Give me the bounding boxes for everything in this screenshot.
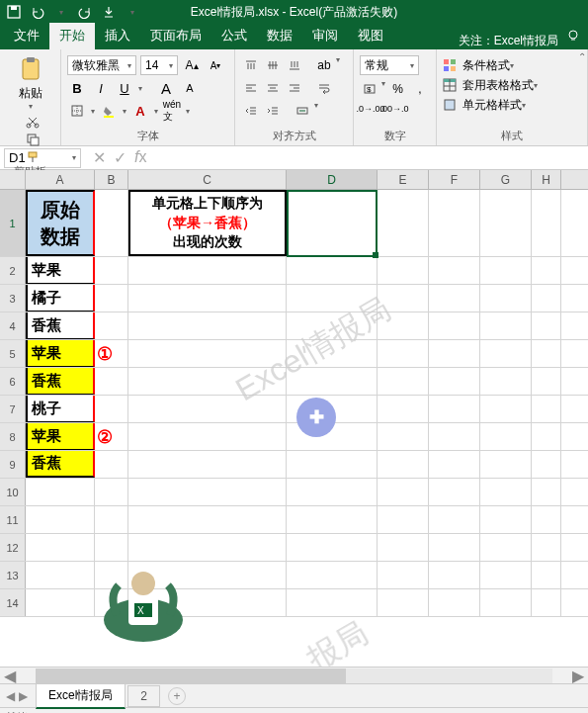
font-big-a-icon[interactable]: A	[156, 78, 176, 98]
cell-A5[interactable]: 苹果	[26, 340, 95, 367]
align-middle-icon[interactable]	[263, 55, 283, 75]
cell-A8[interactable]: 苹果	[26, 423, 95, 450]
enter-formula-icon[interactable]: ✓	[114, 148, 126, 167]
tab-insert[interactable]: 插入	[95, 23, 140, 49]
qat-customize-icon[interactable]: ▾	[125, 4, 140, 20]
cell-D1[interactable]	[287, 190, 378, 256]
comma-icon[interactable]: ,	[410, 79, 430, 99]
ribbon-tabs: 文件 开始 插入 页面布局 公式 数据 审阅 视图 关注：Excel情报局	[0, 24, 588, 49]
cancel-formula-icon[interactable]: ✕	[93, 148, 106, 167]
save-icon[interactable]	[6, 4, 22, 20]
cell-B1[interactable]	[95, 190, 128, 256]
cell-A4[interactable]: 香蕉	[26, 312, 95, 339]
tab-view[interactable]: 视图	[348, 23, 393, 49]
cell-A3[interactable]: 橘子	[26, 285, 95, 312]
decrease-decimal-icon[interactable]: .00→.0	[383, 99, 405, 119]
svg-rect-16	[451, 59, 456, 64]
undo-dropdown-icon[interactable]: ▾	[53, 4, 69, 20]
cell-H1[interactable]	[532, 190, 561, 256]
tab-layout[interactable]: 页面布局	[140, 23, 211, 49]
cell-G1[interactable]	[480, 190, 532, 256]
align-left-icon[interactable]	[241, 78, 261, 98]
cell-A2[interactable]: 苹果	[26, 257, 95, 284]
tab-review[interactable]: 审阅	[302, 23, 348, 49]
bold-button[interactable]: B	[67, 78, 87, 98]
format-painter-icon[interactable]	[26, 150, 40, 164]
grow-font-icon[interactable]: A▴	[182, 55, 202, 75]
paste-label[interactable]: 粘贴	[19, 85, 42, 102]
cell-C1[interactable]: 单元格上下顺序为（苹果→香蕉）出现的次数	[128, 190, 287, 256]
underline-button[interactable]: U	[115, 78, 134, 98]
tell-me-icon[interactable]	[566, 29, 580, 43]
redo-icon[interactable]	[77, 4, 93, 20]
cell-F1[interactable]	[429, 190, 480, 256]
number-format-combo[interactable]: 常规▾	[360, 55, 419, 75]
wrap-text-icon[interactable]	[314, 78, 334, 98]
touch-icon[interactable]	[101, 4, 117, 20]
phonetic-icon[interactable]: wén文	[162, 101, 182, 121]
align-right-icon[interactable]	[285, 78, 304, 98]
sheet-nav-prev-icon[interactable]: ◀	[6, 689, 15, 703]
add-sheet-button[interactable]: +	[168, 687, 186, 705]
cell-A7[interactable]: 桃子	[26, 396, 95, 422]
col-B[interactable]: B	[95, 170, 128, 189]
font-size-combo[interactable]: 14▾	[140, 55, 178, 75]
format-table-button[interactable]: 套用表格格式 ▾	[443, 77, 581, 94]
col-D[interactable]: D	[287, 170, 378, 189]
col-E[interactable]: E	[378, 170, 429, 189]
horizontal-scrollbar[interactable]: ◀ ▶	[0, 667, 588, 683]
cut-icon[interactable]	[26, 115, 40, 129]
col-A[interactable]: A	[26, 170, 95, 189]
copy-icon[interactable]	[26, 133, 40, 146]
orientation-icon[interactable]: ab	[314, 55, 334, 75]
svg-rect-9	[29, 152, 37, 157]
cell-A1[interactable]: 原始数据	[26, 190, 95, 256]
group-alignment-label: 对齐方式	[241, 129, 347, 145]
spreadsheet-grid[interactable]: A B C D E F G H 1 原始数据 单元格上下顺序为（苹果→香蕉）出现…	[0, 170, 588, 667]
sheet-tab-active[interactable]: Excel情报局	[36, 683, 126, 709]
col-H[interactable]: H	[532, 170, 561, 189]
svg-point-2	[569, 31, 577, 39]
fx-icon[interactable]: fx	[134, 148, 146, 167]
tab-formula[interactable]: 公式	[211, 23, 257, 49]
col-C[interactable]: C	[128, 170, 287, 189]
shrink-font-icon[interactable]: A▾	[206, 55, 225, 75]
fill-color-icon[interactable]	[99, 101, 119, 121]
cell-A9[interactable]: 香蕉	[26, 451, 95, 478]
tab-file[interactable]: 文件	[4, 23, 49, 49]
cursor-highlight: ✚	[296, 398, 336, 437]
paste-icon[interactable]	[17, 55, 44, 83]
border-icon[interactable]	[67, 101, 87, 121]
group-styles: 条件格式 ▾ 套用表格格式 ▾ 单元格样式 ▾ 样式	[437, 49, 588, 145]
undo-icon[interactable]	[30, 4, 45, 20]
sheet-nav-next-icon[interactable]: ▶	[19, 689, 28, 703]
cell-E1[interactable]	[378, 190, 429, 256]
cell-A6[interactable]: 香蕉	[26, 368, 95, 395]
accounting-icon[interactable]: $	[360, 79, 379, 99]
row-1[interactable]: 1	[0, 190, 26, 256]
svg-rect-8	[31, 137, 39, 145]
tab-home[interactable]: 开始	[49, 23, 95, 49]
indent-increase-icon[interactable]	[263, 101, 283, 121]
align-top-icon[interactable]	[241, 55, 261, 75]
col-G[interactable]: G	[480, 170, 532, 189]
col-F[interactable]: F	[429, 170, 480, 189]
tab-data[interactable]: 数据	[257, 23, 302, 49]
align-center-icon[interactable]	[263, 78, 283, 98]
font-small-a-icon[interactable]: A	[180, 78, 200, 98]
increase-decimal-icon[interactable]: .0→.00	[360, 99, 381, 119]
italic-button[interactable]: I	[91, 78, 111, 98]
align-bottom-icon[interactable]	[285, 55, 304, 75]
percent-icon[interactable]: %	[387, 79, 407, 99]
select-all-corner[interactable]	[0, 170, 26, 189]
svg-rect-21	[445, 100, 455, 110]
font-color-icon[interactable]: A	[130, 101, 150, 121]
merge-icon[interactable]	[293, 101, 312, 121]
sheet-tab-2[interactable]: 2	[127, 685, 160, 707]
paste-dropdown-icon[interactable]: ▾	[29, 102, 33, 111]
ribbon-collapse-icon[interactable]: ⌃	[578, 51, 586, 62]
indent-decrease-icon[interactable]	[241, 101, 261, 121]
cell-styles-button[interactable]: 单元格样式 ▾	[443, 97, 581, 114]
font-name-combo[interactable]: 微软雅黑▾	[67, 55, 136, 75]
conditional-format-button[interactable]: 条件格式 ▾	[443, 57, 581, 74]
